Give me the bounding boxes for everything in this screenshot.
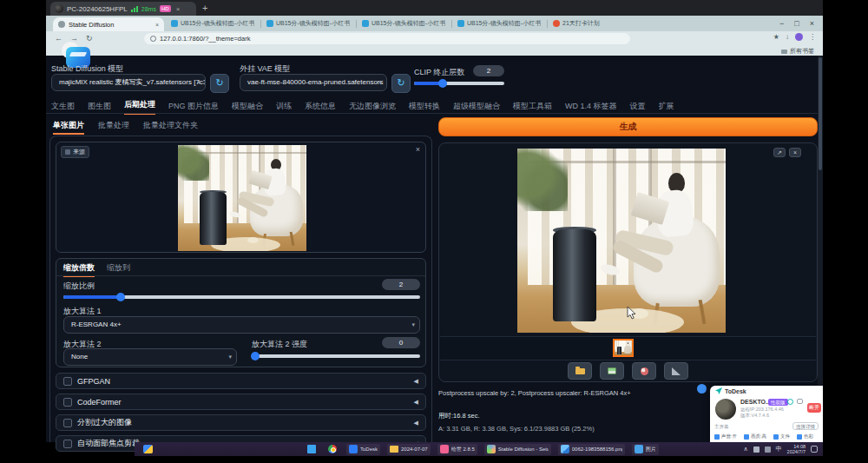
remote-ip-text: 远程IP:203.176.4.46 [740,407,784,413]
scale-ratio-value[interactable]: 2 [382,279,420,290]
clip-skip-value[interactable]: 2 [473,65,504,76]
picture-icon [608,367,616,374]
close-session-icon[interactable]: × [176,5,181,13]
browser-tab[interactable]: UB15分-镜头模特图-小红书 [454,17,545,30]
disconnect-button[interactable]: 断开 [807,403,821,413]
subtab-batch-folder[interactable]: 批量处理文件夹 [143,120,198,135]
upscaler2-strength-slider[interactable] [252,354,420,358]
tab-favicon [553,20,560,27]
reload-icon[interactable]: ↻ [86,34,93,43]
todesk-widget-header: ToDesk [710,386,823,396]
browser-tab[interactable]: 21天打卡计划 [549,17,636,30]
codeformer-checkbox[interactable] [63,398,72,407]
profile-avatar[interactable] [795,33,803,41]
accordion-codeformer[interactable]: CodeFormer ◀ [56,394,426,410]
source-tab-pill[interactable]: 来源 [61,146,89,158]
network-icon[interactable] [765,446,771,453]
close-button[interactable]: × [810,19,814,28]
collapse-arrow-icon: ◀ [414,378,418,385]
chat-icon[interactable] [797,399,803,404]
taskbar-sd-setup[interactable]: Stable Diffusion - Setup [484,444,551,455]
back-icon[interactable]: ← [55,34,62,43]
connection-detail-link[interactable]: 连接详情 [792,422,819,430]
gallery-thumbnail-selected[interactable] [613,339,634,357]
accordion-gfpgan[interactable]: GFPGAN ◀ [56,373,426,389]
clear-image-icon[interactable]: × [416,145,420,154]
gfpgan-checkbox[interactable] [63,377,72,386]
save-image-button[interactable] [600,362,624,380]
upscaler1-dropdown[interactable]: R-ESRGAN 4x+ ▾ [63,316,420,334]
color-mode-button[interactable]: 色彩 [797,433,813,440]
page-scrollbar[interactable] [818,56,823,442]
auto-face-crop-checkbox[interactable] [63,440,72,448]
upscaler2-value: None [71,353,88,360]
file-icon [773,434,779,440]
subtab-single-image[interactable]: 单张图片 [53,120,84,135]
accordion-split-oversized[interactable]: 分割过大的图像 ◀ [56,414,426,431]
taskbar-todesk[interactable]: ToDesk [346,444,380,455]
split-oversized-checkbox[interactable] [63,419,72,427]
todesk-chat-bubble[interactable] [697,384,707,394]
browser-menu-icon[interactable]: ⋮ [809,33,816,41]
close-result-button[interactable]: × [789,148,801,157]
refresh-model-button[interactable]: ↻ [210,74,229,93]
download-icon[interactable]: ↓ [786,33,789,41]
taskbar-item-label: 绘世 2.8.5 [451,446,475,453]
file-transfer-button[interactable]: 文件 [773,433,790,440]
photo-icon [561,445,569,453]
model-dropdown[interactable]: majicMIX realistic 麦橘写实_v7.safetensors [… [51,74,206,91]
expand-result-button[interactable]: ↗ [773,148,786,157]
start-button[interactable] [305,444,319,455]
language-indicator[interactable]: 中 [776,445,782,453]
vae-value: vae-ft-mse-840000-ema-pruned.safetensors [247,78,384,86]
minimize-button[interactable]: − [779,19,784,28]
taskbar-folder[interactable]: 2024-07-07 [387,444,431,455]
browser-tab[interactable]: UB15分-镜头模特图-小红书 [263,17,354,30]
vae-dropdown[interactable]: vae-ft-mse-840000-ema-pruned.safetensors… [240,74,387,91]
generate-button[interactable]: 生成 [438,117,818,136]
sd-setup-icon [487,445,496,453]
todesk-app-name: ToDesk [725,388,746,394]
browser-tab[interactable]: UB15分-镜头模特图-小红书 [168,17,259,30]
maximize-button[interactable]: □ [794,19,799,28]
volume-icon[interactable] [753,446,760,453]
sound-toggle[interactable]: 声音:开 [714,433,737,440]
quality-toggle[interactable]: 画质:高 [744,433,766,440]
send-to-extras-button[interactable] [632,362,656,380]
quality-icon [744,434,749,440]
chrome-icon [328,445,337,453]
tab-close-icon[interactable]: × [155,22,159,28]
result-image[interactable] [517,149,726,333]
site-info-icon[interactable] [150,36,156,42]
tray-expand-icon[interactable]: ∧ [743,446,747,453]
notification-center-icon[interactable] [811,446,818,453]
source-image[interactable] [178,145,306,251]
taskbar-launcher[interactable]: 绘世 2.8.5 [437,444,477,455]
source-image-dropzone[interactable]: 来源 × [56,142,426,253]
tab-separator [451,20,452,28]
send-to-img2img-button[interactable] [664,362,688,380]
upscaler2-dropdown[interactable]: None ▾ [63,348,237,366]
open-folder-button[interactable] [568,362,592,380]
refresh-vae-button[interactable]: ↻ [391,74,411,93]
bookmark-star-icon[interactable]: ★ [773,33,779,41]
upscaler2-strength-value[interactable]: 0 [382,337,420,348]
clip-skip-slider[interactable] [414,82,504,85]
voice-call-icon[interactable] [787,399,793,405]
scale-ratio-label: 缩放比例 [63,281,95,292]
taskbar-chrome[interactable] [326,444,339,455]
all-bookmarks-button[interactable]: 所有书签 [781,47,814,56]
widgets-icon[interactable] [143,445,153,453]
taskbar-photo[interactable]: 0062-1983588156.png [558,444,625,455]
new-session-button[interactable]: + [202,3,207,13]
taskbar-pictures[interactable]: 图片 [632,444,659,455]
scale-ratio-slider[interactable] [63,295,420,299]
browser-tab-active[interactable]: Stable Diffusion × [53,17,164,31]
subtab-batch-process[interactable]: 批量处理 [98,120,129,135]
sd-favicon [58,21,65,28]
remote-session-tab[interactable]: PC-20240625HFPL 28ms HD × [50,2,196,16]
clock[interactable]: 14:08 2024/7/7 [787,444,806,454]
browser-tab[interactable]: UB15分-镜头模特图-小红书 [358,17,450,30]
url-field[interactable]: 127.0.0.1:7860/?__theme=dark [144,33,630,44]
result-info-text: Postprocess upscale by: 2, Postprocess u… [438,389,631,397]
